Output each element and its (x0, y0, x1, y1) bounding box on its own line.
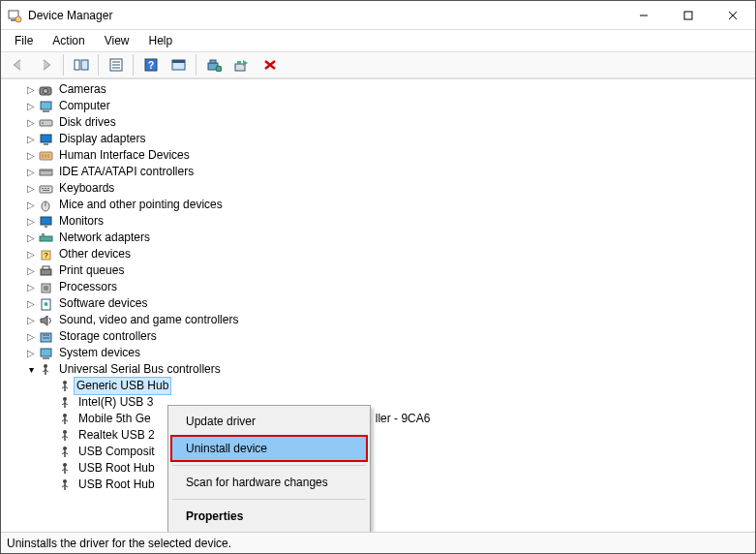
svg-rect-31 (44, 143, 48, 145)
chevron-right-icon[interactable]: ▷ (24, 297, 38, 311)
dev-generic-usb-hub[interactable]: ▷Generic USB Hub (5, 378, 755, 394)
chevron-right-icon[interactable]: ▷ (24, 116, 38, 130)
menu-view[interactable]: View (97, 32, 137, 49)
svg-rect-28 (40, 120, 52, 126)
chevron-right-icon[interactable]: ▷ (24, 100, 38, 113)
scan-hardware-button[interactable] (229, 53, 254, 77)
context-menu: Update driver Uninstall device Scan for … (167, 405, 371, 532)
cat-ide[interactable]: ▷IDE ATA/ATAPI controllers (5, 164, 755, 180)
usb-icon (39, 362, 54, 378)
usb-device-icon (58, 477, 74, 493)
svg-point-25 (44, 88, 48, 93)
svg-rect-18 (210, 60, 216, 63)
printer-icon (39, 263, 54, 279)
cat-disk[interactable]: ▷Disk drives (5, 114, 755, 131)
cat-other[interactable]: ▷?Other devices (5, 246, 755, 262)
menu-file[interactable]: File (7, 32, 41, 49)
cat-cameras[interactable]: ▷Cameras (5, 81, 755, 98)
properties-button[interactable] (104, 53, 128, 77)
cat-keyboards[interactable]: ▷Keyboards (5, 180, 755, 197)
device-tree[interactable]: ▷Cameras ▷Computer ▷Disk drives ▷Display… (1, 79, 755, 532)
cat-mice[interactable]: ▷Mice and other pointing devices (5, 197, 755, 213)
show-hidden-button[interactable] (166, 53, 191, 77)
ctx-separator (172, 499, 366, 500)
cat-monitors[interactable]: ▷Monitors (5, 213, 755, 230)
usb-device-icon (58, 395, 74, 411)
chevron-right-icon[interactable]: ▷ (24, 347, 38, 360)
ctx-scan-hardware[interactable]: Scan for hardware changes (170, 469, 368, 496)
dev-usb-root-hub-2[interactable]: ▷USB Root Hub (5, 477, 755, 493)
chevron-right-icon[interactable]: ▷ (24, 182, 38, 196)
svg-point-80 (63, 446, 67, 450)
menubar: File Action View Help (1, 30, 755, 51)
cat-computer[interactable]: ▷Computer (5, 98, 755, 114)
cat-network[interactable]: ▷Network adapters (5, 230, 755, 246)
statusbar: Uninstalls the driver for the selected d… (1, 532, 755, 553)
cat-storage[interactable]: ▷Storage controllers (5, 328, 755, 345)
svg-rect-27 (43, 110, 49, 112)
svg-point-29 (42, 122, 44, 124)
chevron-right-icon[interactable]: ▷ (24, 133, 38, 146)
chevron-right-icon[interactable]: ▷ (24, 248, 38, 262)
dev-intel-usb3[interactable]: ▷Intel(R) USB 3 (5, 394, 755, 411)
update-driver-button[interactable] (201, 53, 226, 77)
cat-display[interactable]: ▷Display adapters (5, 131, 755, 147)
usb-device-icon (58, 428, 74, 444)
help-button[interactable]: ? (138, 53, 163, 77)
dev-usb-root-hub-1[interactable]: ▷USB Root Hub (5, 460, 755, 477)
chevron-right-icon[interactable]: ▷ (24, 330, 38, 344)
chevron-right-icon[interactable]: ▷ (24, 231, 38, 245)
chevron-right-icon[interactable]: ▷ (24, 264, 38, 278)
svg-rect-7 (75, 60, 79, 70)
cat-usb[interactable]: ▾Universal Serial Bus controllers (5, 361, 755, 378)
usb-device-icon (58, 461, 74, 477)
minimize-button[interactable] (621, 1, 666, 30)
svg-point-2 (15, 16, 21, 22)
chevron-right-icon[interactable]: ▷ (24, 83, 38, 97)
ctx-separator (172, 465, 366, 466)
chevron-right-icon[interactable]: ▷ (24, 215, 38, 229)
chevron-right-icon[interactable]: ▷ (24, 199, 38, 212)
ide-icon (39, 165, 54, 180)
chevron-right-icon[interactable]: ▷ (24, 281, 38, 294)
svg-rect-26 (41, 102, 51, 109)
ctx-update-driver[interactable]: Update driver (170, 408, 368, 435)
forward-button[interactable] (34, 53, 58, 77)
chevron-down-icon[interactable]: ▾ (24, 363, 38, 377)
menu-help[interactable]: Help (141, 32, 181, 49)
svg-text:?: ? (44, 251, 48, 260)
maximize-button[interactable] (666, 1, 711, 30)
svg-rect-41 (47, 188, 49, 189)
chevron-right-icon[interactable]: ▷ (24, 149, 38, 163)
dev-mobile-5th[interactable]: ▷Mobile 5th Geller - 9CA6 (5, 411, 755, 427)
ctx-uninstall-device[interactable]: Uninstall device (170, 435, 368, 462)
chevron-right-icon[interactable]: ▷ (24, 166, 38, 179)
speaker-icon (39, 313, 54, 328)
cat-software[interactable]: ▷Software devices (5, 295, 755, 312)
cat-processors[interactable]: ▷Processors (5, 279, 755, 295)
cat-sound[interactable]: ▷Sound, video and game controllers (5, 312, 755, 328)
dev-realtek-usb2[interactable]: ▷Realtek USB 2 (5, 427, 755, 444)
chevron-right-icon[interactable]: ▷ (24, 314, 38, 327)
mouse-icon (39, 198, 54, 213)
cat-system[interactable]: ▷System devices (5, 345, 755, 361)
uninstall-button[interactable] (257, 53, 282, 77)
ctx-properties[interactable]: Properties (170, 503, 368, 530)
svg-rect-16 (172, 60, 185, 63)
menu-action[interactable]: Action (45, 32, 92, 49)
cpu-icon (39, 280, 54, 295)
dev-usb-composite[interactable]: ▷USB Composit (5, 444, 755, 460)
computer-icon (39, 99, 54, 114)
software-icon (39, 296, 54, 312)
svg-rect-46 (45, 226, 47, 228)
close-button[interactable] (711, 1, 755, 30)
svg-point-19 (216, 66, 222, 72)
show-hide-console-button[interactable] (69, 53, 93, 77)
disk-icon (39, 115, 54, 131)
svg-point-68 (63, 397, 67, 401)
svg-point-64 (63, 381, 67, 385)
cat-hid[interactable]: ▷Human Interface Devices (5, 147, 755, 164)
cat-print[interactable]: ▷Print queues (5, 262, 755, 279)
back-button[interactable] (6, 53, 30, 77)
svg-rect-47 (40, 236, 52, 241)
